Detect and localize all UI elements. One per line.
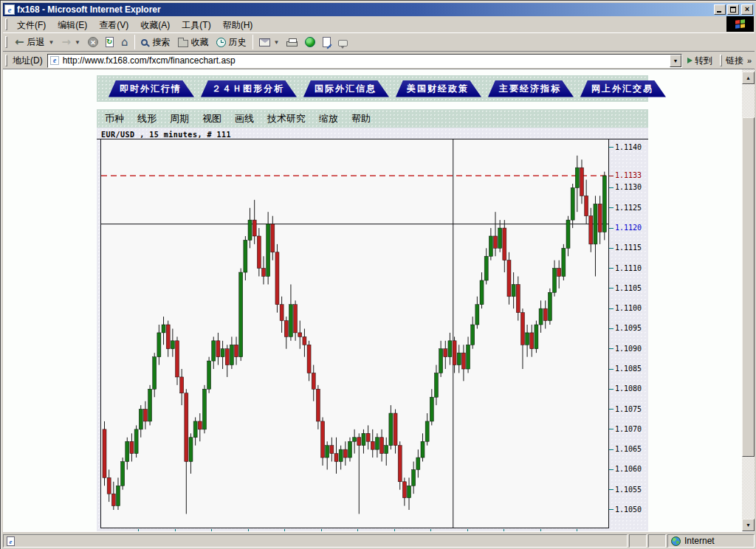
price-tick-label: 1.1130: [615, 183, 642, 191]
status-pane-2: [648, 534, 666, 548]
vertical-scrollbar[interactable]: ▲ ▼: [742, 69, 755, 531]
scroll-up-button[interactable]: ▲: [742, 72, 755, 84]
price-tick-label: 1.1100: [615, 304, 642, 312]
currency-button[interactable]: [301, 34, 319, 50]
history-button[interactable]: 历史: [213, 34, 250, 50]
nav-band: 即时外汇行情２４Ｈ图形分析国际外汇信息美国财经政策主要经济指标网上外汇交易: [97, 75, 648, 102]
mail-button[interactable]: ▼: [255, 34, 284, 50]
address-bar: 地址(D) e http://www.fx168.com/fxcm/financ…: [3, 52, 755, 69]
nav-tab-0[interactable]: 即时外汇行情: [109, 80, 194, 97]
nav-tab-5[interactable]: 网上外汇交易: [580, 80, 666, 97]
toolbar-grip[interactable]: [5, 36, 7, 48]
candlestick-chart[interactable]: [101, 139, 608, 528]
chart-menu-item-0[interactable]: 币种: [98, 111, 131, 127]
favorites-button[interactable]: 收藏: [174, 34, 213, 50]
back-arrow-icon: ←: [15, 35, 24, 49]
menubar-item-1[interactable]: 编辑(E): [52, 18, 93, 32]
address-url[interactable]: http://www.fx168.com/fxcm/financechart.a…: [63, 55, 236, 66]
search-button[interactable]: 搜索: [137, 34, 174, 50]
price-tick: [609, 268, 614, 269]
edit-button[interactable]: [319, 34, 334, 50]
price-tick-label: 1.1105: [615, 284, 642, 292]
links-bar[interactable]: 链接 »: [726, 55, 755, 67]
menubar-grip[interactable]: [5, 18, 7, 30]
go-button[interactable]: 转到: [682, 53, 718, 69]
status-pane-1: [629, 534, 647, 548]
price-tick: [609, 369, 614, 370]
back-dropdown-icon[interactable]: ▼: [49, 39, 55, 46]
chart-menu-item-4[interactable]: 画线: [228, 111, 261, 127]
price-tick: [609, 176, 614, 176]
address-dropdown-button[interactable]: ▼: [670, 55, 681, 67]
price-tick: [609, 509, 614, 510]
restore-button[interactable]: [727, 4, 739, 15]
price-tick-label: 1.1090: [615, 345, 642, 353]
close-button[interactable]: ×: [741, 4, 753, 15]
price-tick-label: 1.1110: [615, 264, 642, 272]
zone-label: Internet: [684, 536, 715, 546]
chart-menu-item-1[interactable]: 线形: [131, 111, 163, 127]
stop-button[interactable]: ✕: [84, 34, 102, 50]
menubar-item-5[interactable]: 帮助(H): [217, 18, 259, 32]
nav-tab-4[interactable]: 主要经济指标: [488, 80, 574, 97]
menu-items: 文件(F)编辑(E)查看(V)收藏(A)工具(T)帮助(H): [11, 18, 258, 32]
chart-menu-item-5[interactable]: 技术研究: [261, 111, 312, 127]
scroll-down-button[interactable]: ▼: [742, 519, 755, 531]
back-label: 后退: [27, 36, 45, 49]
chart-menu-item-6[interactable]: 缩放: [312, 111, 345, 127]
refresh-button[interactable]: ↻: [102, 34, 117, 50]
home-button[interactable]: ⌂: [117, 34, 132, 50]
links-chevron-icon[interactable]: »: [747, 56, 752, 65]
menubar-item-0[interactable]: 文件(F): [11, 18, 52, 32]
history-label: 历史: [229, 36, 247, 49]
chart-plot[interactable]: [100, 139, 609, 528]
nav-tab-1[interactable]: ２４Ｈ图形分析: [201, 80, 297, 97]
price-tick-label: 1.1070: [615, 425, 642, 433]
status-bar: e Internet: [3, 531, 755, 548]
price-axis: 1.11401.11331.11301.11251.11201.11151.11…: [609, 139, 647, 528]
discuss-button[interactable]: [334, 34, 351, 50]
chart-menu-item-3[interactable]: 视图: [196, 111, 228, 127]
menubar-item-2[interactable]: 查看(V): [93, 18, 134, 32]
scrollbar-thumb[interactable]: [742, 117, 755, 457]
back-button[interactable]: ← 后退 ▼: [11, 34, 58, 50]
price-tick-label: 1.1055: [615, 486, 642, 494]
chart-title: EUR/USD , 15 minutes, # 111: [101, 131, 231, 139]
favorites-label: 收藏: [191, 36, 209, 49]
addressbar-grip[interactable]: [5, 55, 7, 66]
price-tick: [609, 228, 614, 229]
menubar-item-3[interactable]: 收藏(A): [134, 18, 176, 32]
print-button[interactable]: [283, 34, 301, 50]
print-icon: [286, 41, 298, 46]
page-content: 即时外汇行情２４Ｈ图形分析国际外汇信息美国财经政策主要经济指标网上外汇交易 币种…: [3, 69, 742, 531]
price-tick: [609, 389, 614, 390]
price-tick: [609, 147, 614, 148]
price-tick: [609, 429, 614, 429]
toolbar: ← 后退 ▼ → ▼ ✕ ↻ ⌂ 搜索 收藏 历史 ▼: [3, 32, 755, 52]
forward-button[interactable]: → ▼: [58, 34, 85, 50]
minimize-button[interactable]: [714, 4, 726, 15]
price-tick-label: 1.1125: [615, 204, 642, 212]
browser-window: e fx168 - Microsoft Internet Explorer × …: [0, 0, 756, 549]
restore-icon: [730, 7, 736, 13]
menubar-item-4[interactable]: 工具(T): [176, 18, 216, 32]
chart-menu-item-2[interactable]: 周期: [163, 111, 196, 127]
price-tick: [609, 489, 614, 490]
forward-dropdown-icon[interactable]: ▼: [75, 39, 80, 46]
search-label: 搜索: [153, 36, 171, 49]
price-tick-label: 1.1075: [615, 405, 642, 413]
nav-tabs: 即时外汇行情２４Ｈ图形分析国际外汇信息美国财经政策主要经济指标网上外汇交易: [97, 75, 648, 102]
go-arrow-icon: [687, 58, 693, 63]
mail-dropdown-icon[interactable]: ▼: [274, 39, 280, 46]
address-label: 地址(D): [13, 55, 43, 67]
nav-tab-3[interactable]: 美国财经政策: [396, 80, 481, 97]
internet-zone-globe-icon: [671, 536, 681, 546]
windows-logo-icon: [735, 19, 745, 28]
price-tick-label: 1.1120: [615, 224, 642, 232]
edit-icon: [323, 37, 331, 47]
links-grip[interactable]: [720, 55, 722, 66]
nav-tab-2[interactable]: 国际外汇信息: [303, 80, 389, 97]
price-tick: [609, 248, 614, 249]
chart-menu-item-7[interactable]: 帮助: [345, 111, 377, 127]
address-input[interactable]: e http://www.fx168.com/fxcm/financechart…: [47, 54, 682, 68]
